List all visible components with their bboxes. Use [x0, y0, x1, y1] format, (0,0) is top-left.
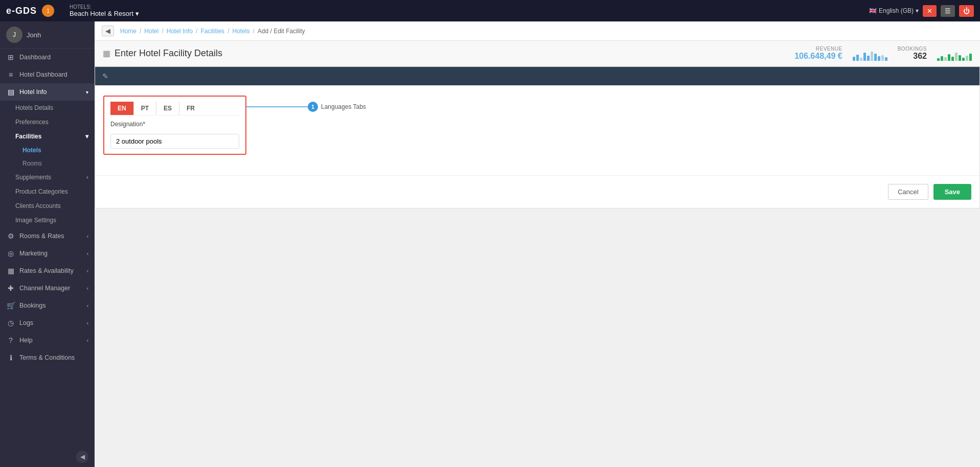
revenue-bar-10 — [885, 57, 887, 61]
card-header: ✎ — [95, 67, 979, 85]
supplements-arrow-icon: ‹ — [86, 174, 88, 181]
username: Jonh — [27, 31, 41, 39]
avatar: J — [6, 27, 22, 43]
rates-icon: ▦ — [6, 267, 15, 275]
breadcrumb-sep-3: / — [196, 28, 197, 35]
sidebar-item-supplements[interactable]: Supplements ‹ — [0, 170, 95, 184]
lang-tab-en[interactable]: EN — [110, 102, 134, 115]
logs-arrow-icon: ‹ — [87, 320, 88, 326]
sidebar-label-preferences: Preferences — [15, 119, 49, 126]
power-button[interactable]: ⏻ — [959, 5, 974, 17]
app-brand: e-GDS — [6, 6, 37, 16]
rooms-rates-icon: ⚙ — [6, 232, 15, 240]
hotel-selector[interactable]: HOTELS: Beach Hotel & Resort ▾ — [70, 4, 139, 17]
designation-group: Designation* — [110, 121, 239, 149]
lang-tab-es[interactable]: ES — [156, 102, 179, 115]
header-stats: REVENUE 106.648,49 € BOOKINGS — [794, 46, 972, 61]
page-title: Enter Hotel Facility Details — [115, 48, 222, 59]
sidebar-item-rooms-sub[interactable]: Rooms — [0, 157, 95, 170]
sidebar-item-dashboard[interactable]: ⊞ Dashboard — [0, 49, 95, 66]
bookings-icon: 🛒 — [6, 301, 15, 310]
bookings-label: BOOKINGS — [898, 46, 927, 52]
breadcrumb-facilities[interactable]: Facilities — [200, 28, 224, 35]
designation-label: Designation* — [110, 121, 239, 128]
bottom-actions: Cancel Save — [95, 175, 979, 208]
navbar-right: 🇬🇧 English (GB) ▾ ✕ ☰ ⏻ — [869, 5, 974, 17]
sidebar-item-rooms-rates[interactable]: ⚙ Rooms & Rates ‹ — [0, 227, 95, 245]
sidebar-item-channel-manager[interactable]: ✚ Channel Manager ‹ — [0, 279, 95, 297]
sidebar-item-hotels-sub[interactable]: Hotels — [0, 144, 95, 157]
lang-dropdown-icon: ▾ — [916, 7, 919, 14]
sidebar-label-rates-availability: Rates & Availability — [19, 267, 74, 274]
connector-line-svg — [246, 106, 308, 107]
collapse-button[interactable]: ◀ — [76, 451, 88, 463]
sidebar-item-facilities[interactable]: Facilities ▾ — [0, 129, 95, 144]
bookings-bar-6 — [955, 53, 958, 61]
main-content: ✎ EN PT ES FR — [95, 66, 980, 467]
connector-area: 1 Languages Tabs — [246, 102, 366, 112]
bookings-bar-1 — [937, 58, 940, 61]
breadcrumb-sep-2: / — [162, 28, 163, 35]
tooltip-text: Languages Tabs — [321, 103, 366, 110]
breadcrumb-sep-1: / — [140, 28, 141, 35]
sidebar-item-image-settings[interactable]: Image Settings — [0, 213, 95, 227]
sidebar-label-rooms-sub: Rooms — [22, 160, 42, 167]
sidebar-item-bookings[interactable]: 🛒 Bookings ‹ — [0, 297, 95, 314]
revenue-stat: REVENUE 106.648,49 € — [794, 46, 842, 61]
sidebar-item-help[interactable]: ? Help ‹ — [0, 332, 95, 349]
language-selector[interactable]: 🇬🇧 English (GB) ▾ — [869, 7, 919, 14]
navbar-left: e-GDS 1 HOTELS: Beach Hotel & Resort ▾ — [6, 4, 139, 17]
content-area: ◀ Home / Hotel / Hotel Info / Facilities… — [95, 21, 980, 467]
revenue-label: REVENUE — [816, 46, 842, 52]
breadcrumb-sep-4: / — [227, 28, 229, 35]
sidebar-item-logs[interactable]: ◷ Logs ‹ — [0, 314, 95, 332]
breadcrumb-hotel-info[interactable]: Hotel Info — [167, 28, 193, 35]
breadcrumb-hotels[interactable]: Hotels — [232, 28, 249, 35]
bookings-bar-4 — [948, 54, 950, 61]
menu-button[interactable]: ☰ — [941, 5, 955, 17]
bookings-bar-10 — [969, 54, 972, 61]
sidebar-item-preferences[interactable]: Preferences — [0, 115, 95, 129]
lang-tab-pt[interactable]: PT — [134, 102, 156, 115]
bookings-arrow-icon: ‹ — [87, 303, 88, 309]
hotels-label: HOTELS: — [70, 4, 92, 10]
content-wrapper: ✎ EN PT ES FR — [95, 66, 980, 219]
notification-button[interactable]: 1 — [42, 5, 54, 17]
sidebar-item-terms[interactable]: ℹ Terms & Conditions — [0, 349, 95, 366]
sidebar-item-clients-accounts[interactable]: Clients Accounts — [0, 199, 95, 213]
hotel-name: Beach Hotel & Resort ▾ — [70, 10, 139, 17]
designation-input[interactable] — [110, 134, 239, 149]
card-edit-icon: ✎ — [102, 72, 108, 80]
breadcrumb-home[interactable]: Home — [120, 28, 136, 35]
revenue-bar-3 — [860, 58, 862, 61]
revenue-value: 106.648,49 € — [794, 52, 842, 61]
breadcrumb-back-button[interactable]: ◀ — [102, 26, 114, 36]
cancel-button[interactable]: Cancel — [888, 184, 928, 200]
sidebar-item-product-categories[interactable]: Product Categories — [0, 184, 95, 199]
sidebar-item-hotel-info[interactable]: ▤ Hotel Info ▾ — [0, 83, 95, 101]
page-title-area: ▦ Enter Hotel Facility Details — [103, 48, 222, 59]
hotel-info-icon: ▤ — [6, 88, 15, 96]
close-button[interactable]: ✕ — [923, 5, 937, 17]
revenue-bar-4 — [863, 53, 866, 61]
page-header: ▦ Enter Hotel Facility Details REVENUE 1… — [95, 41, 980, 66]
lang-tabs: EN PT ES FR — [110, 102, 239, 115]
sidebar-label-marketing: Marketing — [19, 250, 48, 257]
sidebar-item-rates-availability[interactable]: ▦ Rates & Availability ‹ — [0, 262, 95, 279]
sidebar-item-hotels-details[interactable]: Hotels Details — [0, 101, 95, 115]
bookings-bar-5 — [951, 57, 954, 61]
lang-tab-fr[interactable]: FR — [179, 102, 202, 115]
sidebar-item-marketing[interactable]: ◎ Marketing ‹ — [0, 245, 95, 262]
facility-card: ✎ EN PT ES FR — [95, 66, 980, 208]
dropdown-arrow-icon: ▾ — [135, 10, 139, 17]
card-body: EN PT ES FR Designation* — [95, 85, 979, 170]
sidebar-label-image-settings: Image Settings — [15, 217, 56, 224]
save-button[interactable]: Save — [933, 184, 971, 200]
sidebar-item-hotel-dashboard[interactable]: ≡ Hotel Dashboard — [0, 66, 95, 83]
breadcrumb-hotel[interactable]: Hotel — [144, 28, 158, 35]
hotel-dashboard-icon: ≡ — [6, 71, 15, 79]
revenue-bar-2 — [856, 55, 859, 61]
help-icon: ? — [6, 336, 15, 344]
sidebar-label-channel-manager: Channel Manager — [19, 285, 70, 292]
breadcrumb: ◀ Home / Hotel / Hotel Info / Facilities… — [95, 21, 980, 41]
